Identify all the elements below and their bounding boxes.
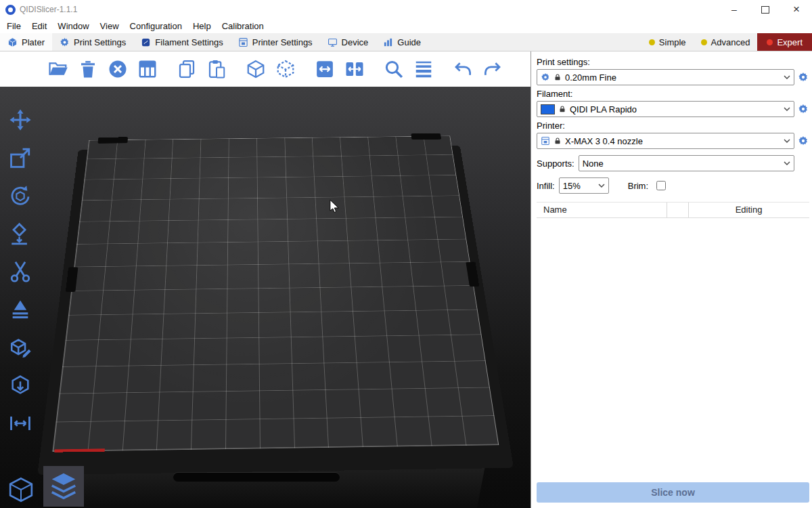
printer-gear-button[interactable] bbox=[797, 135, 809, 146]
menu-file[interactable]: File bbox=[1, 21, 26, 31]
slice-now-button[interactable]: Slice now bbox=[537, 482, 809, 503]
split-objects-icon[interactable] bbox=[242, 55, 269, 83]
menu-help[interactable]: Help bbox=[187, 21, 217, 31]
printer-icon bbox=[238, 37, 248, 47]
support-paint-icon[interactable] bbox=[4, 295, 37, 324]
mode-simple[interactable]: Simple bbox=[641, 33, 694, 51]
delete-icon[interactable] bbox=[74, 55, 102, 83]
print-settings-gear-button[interactable] bbox=[797, 72, 809, 83]
infill-label: Infill: bbox=[537, 181, 555, 191]
view-3d-icon[interactable] bbox=[4, 473, 38, 507]
printer-select[interactable]: X-MAX 3 0.4 nozzle bbox=[537, 133, 794, 149]
menu-window[interactable]: Window bbox=[52, 21, 94, 31]
print-settings-select[interactable]: 0.20mm Fine bbox=[537, 69, 794, 85]
filament-label: Filament: bbox=[537, 89, 809, 99]
tab-guide[interactable]: Guide bbox=[376, 33, 428, 51]
tab-guide-label: Guide bbox=[397, 37, 421, 47]
fill-bed-icon[interactable] bbox=[341, 55, 368, 83]
place-down-icon[interactable] bbox=[4, 371, 37, 400]
close-button[interactable]: × bbox=[781, 0, 812, 19]
scale-icon[interactable] bbox=[4, 144, 37, 172]
bed-clip-icon bbox=[97, 137, 128, 143]
maximize-icon bbox=[761, 6, 769, 14]
place-on-face-icon[interactable] bbox=[4, 219, 37, 248]
supports-label: Supports: bbox=[537, 158, 574, 169]
printer-label: Printer: bbox=[537, 121, 809, 131]
tab-print-settings[interactable]: Print Settings bbox=[52, 33, 133, 51]
emboss-icon[interactable] bbox=[4, 333, 37, 362]
tab-printer-settings-label: Printer Settings bbox=[252, 37, 313, 47]
filament-select[interactable]: QIDI PLA Rapido bbox=[537, 101, 794, 117]
advanced-mode-dot-icon bbox=[701, 39, 707, 45]
infill-select[interactable]: 15% bbox=[559, 177, 609, 194]
object-list[interactable] bbox=[537, 218, 809, 482]
chevron-down-icon bbox=[784, 139, 790, 143]
filament-icon bbox=[141, 37, 151, 47]
mouse-cursor bbox=[329, 199, 340, 217]
menu-calibration[interactable]: Calibration bbox=[217, 21, 269, 31]
print-settings-value: 0.20mm Fine bbox=[565, 72, 616, 83]
brim-label: Brim: bbox=[628, 181, 648, 191]
tab-plater-label: Plater bbox=[22, 37, 45, 47]
tab-device[interactable]: Device bbox=[320, 33, 376, 51]
window-controls: – × bbox=[719, 0, 812, 19]
tab-device-label: Device bbox=[342, 37, 369, 47]
split-parts-icon[interactable] bbox=[272, 55, 299, 83]
menu-edit[interactable]: Edit bbox=[26, 21, 52, 31]
viewport-3d-scene[interactable] bbox=[0, 87, 531, 508]
top-toolbar bbox=[0, 51, 531, 87]
paste-icon[interactable] bbox=[203, 55, 230, 83]
gear-icon bbox=[60, 37, 70, 47]
menu-view[interactable]: View bbox=[95, 21, 125, 31]
lock-icon bbox=[554, 73, 562, 81]
guide-bars-icon bbox=[383, 37, 393, 47]
tab-bar: Plater Print Settings Filament Settings … bbox=[0, 33, 812, 51]
app-logo-icon bbox=[5, 5, 16, 15]
sequential-print-icon[interactable] bbox=[311, 55, 338, 83]
filament-value: QIDI PLA Rapido bbox=[570, 104, 637, 114]
gear-icon bbox=[541, 72, 550, 82]
view-preview-icon[interactable] bbox=[43, 466, 84, 507]
minimize-button[interactable]: – bbox=[719, 0, 750, 19]
measure-icon[interactable] bbox=[4, 409, 37, 438]
tab-filament-settings[interactable]: Filament Settings bbox=[133, 33, 230, 51]
column-editing: Editing bbox=[688, 205, 809, 215]
tab-printer-settings[interactable]: Printer Settings bbox=[231, 33, 320, 51]
mode-switcher: Simple Advanced Expert bbox=[641, 33, 812, 51]
arrange-icon[interactable] bbox=[134, 55, 161, 83]
expert-mode-dot-icon bbox=[767, 39, 773, 45]
copy-icon[interactable] bbox=[173, 55, 200, 83]
app-window: QIDISlicer-1.1.1 – × File Edit Window Vi… bbox=[0, 0, 812, 508]
search-icon[interactable] bbox=[380, 55, 407, 83]
mode-advanced[interactable]: Advanced bbox=[694, 33, 758, 51]
lock-icon bbox=[558, 105, 566, 113]
chevron-down-icon bbox=[784, 107, 790, 111]
mode-expert[interactable]: Expert bbox=[757, 33, 812, 51]
print-bed bbox=[52, 136, 499, 452]
printer-icon bbox=[541, 136, 550, 146]
filament-gear-button[interactable] bbox=[797, 104, 809, 114]
chevron-down-icon bbox=[598, 184, 605, 188]
chevron-down-icon bbox=[784, 161, 790, 165]
menu-configuration[interactable]: Configuration bbox=[125, 21, 187, 31]
device-monitor-icon bbox=[328, 37, 338, 47]
rotate-icon[interactable] bbox=[4, 182, 37, 210]
brim-checkbox[interactable] bbox=[656, 181, 666, 190]
supports-value: None bbox=[583, 158, 604, 169]
supports-select[interactable]: None bbox=[579, 155, 794, 171]
undo-icon[interactable] bbox=[449, 55, 476, 83]
move-icon[interactable] bbox=[4, 106, 37, 134]
delete-all-icon[interactable] bbox=[104, 55, 131, 83]
open-folder-icon[interactable] bbox=[45, 55, 72, 83]
variable-layer-height-icon[interactable] bbox=[410, 55, 437, 83]
maximize-button[interactable] bbox=[750, 0, 781, 19]
mode-simple-label: Simple bbox=[659, 37, 686, 47]
printer-base-groove bbox=[173, 473, 340, 482]
redo-icon[interactable] bbox=[479, 55, 506, 83]
bed-clip-icon bbox=[66, 268, 78, 293]
object-list-header: Name Editing bbox=[537, 202, 809, 218]
cut-icon[interactable] bbox=[4, 257, 37, 286]
printer-value: X-MAX 3 0.4 nozzle bbox=[565, 136, 643, 146]
tab-plater[interactable]: Plater bbox=[0, 33, 52, 51]
column-name: Name bbox=[543, 205, 567, 215]
